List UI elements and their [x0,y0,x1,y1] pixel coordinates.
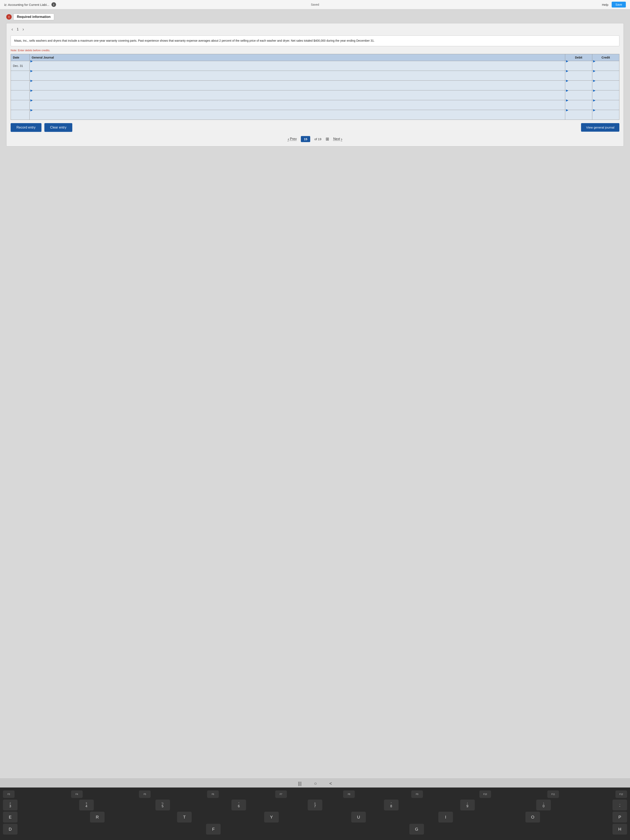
journal-input-5[interactable] [30,102,565,112]
app-title: iz: Accounting for Current Liabi... [4,3,49,6]
col-header-date: Date [11,54,30,61]
date-cell-5 [11,100,30,110]
current-page-indicator: 15 [301,136,310,142]
key-f8[interactable]: F8 [343,790,355,798]
key-f10[interactable]: F10 [479,790,491,798]
info-badge[interactable]: i [52,2,56,7]
prev-button[interactable]: Prev [288,137,297,142]
back-button[interactable]: < [329,781,332,786]
date-cell-3 [11,81,30,90]
col-header-credit: Credit [592,54,619,61]
key-f[interactable]: F [206,824,221,835]
key-h[interactable]: H [613,824,627,835]
arrow-icon-debit-2: ▶ [565,69,568,73]
credit-input-4[interactable] [592,92,619,102]
arrow-icon-credit-1: ▶ [592,59,595,63]
debit-input-3[interactable] [565,82,592,92]
journal-input-4[interactable] [30,92,565,102]
next-button[interactable]: Next [333,137,343,142]
credit-input-6[interactable] [592,112,619,122]
arrow-icon-5: ▶ [30,98,33,102]
arrow-icon-debit-1: ▶ [565,59,568,63]
main-card: ‹ 1 › Maas, Inc., sells washers and drye… [6,23,624,147]
fn-row: F3 F4 F5 F6 F7 F8 F9 F10 F11 F12 [2,790,628,798]
arrow-icon-3: ▶ [30,79,33,82]
key-f3[interactable]: F3 [3,790,14,798]
key-r[interactable]: R [90,812,104,823]
key-0[interactable]: )0 [536,800,551,810]
col-header-journal: General Journal [30,54,565,61]
key-7[interactable]: &7 [308,800,322,810]
page-number: 1 [17,27,19,32]
saved-status: Saved [311,3,319,6]
arrow-icon-debit-5: ▶ [565,98,568,102]
key-f9[interactable]: F9 [411,790,423,798]
journal-input-1[interactable] [30,63,565,73]
top-bar-left: iz: Accounting for Current Liabi... i [4,2,56,7]
clear-entry-button[interactable]: Clear entry [44,123,72,132]
letter-row-2: D F G H [2,824,628,835]
key-g[interactable]: G [409,824,424,835]
key-4[interactable]: $4 [79,800,94,810]
arrow-icon-2: ▶ [30,69,33,73]
key-o[interactable]: O [526,812,540,823]
credit-input-3[interactable] [592,82,619,92]
date-cell-4 [11,90,30,100]
next-page-button[interactable]: › [22,27,25,32]
credit-input-5[interactable] [592,102,619,112]
key-f11[interactable]: F11 [547,790,559,798]
menu-button[interactable]: ||| [298,781,302,786]
key-f6[interactable]: F6 [207,790,219,798]
key-9[interactable]: (9 [460,800,475,810]
description-box: Maas, Inc., sells washers and dryers tha… [11,35,619,46]
key-p[interactable]: P [613,812,627,823]
key-d[interactable]: D [3,824,17,835]
key-f5[interactable]: F5 [139,790,151,798]
debit-input-6[interactable] [565,112,592,122]
home-button[interactable]: ○ [314,781,317,786]
key-8[interactable]: *8 [384,800,398,810]
credit-cell-1[interactable]: ▶ [592,61,619,71]
key-f7[interactable]: F7 [275,790,287,798]
debit-input-4[interactable] [565,92,592,102]
key-f12[interactable]: F12 [616,790,627,798]
key-6[interactable]: ^6 [232,800,246,810]
date-cell-1: Dec. 31 [11,61,30,71]
key-i[interactable]: I [438,812,453,823]
key-3[interactable]: #3 [3,800,17,810]
nav-row: Prev 15 of 19 ⊞ Next [11,136,619,142]
key-5[interactable]: %5 [155,800,170,810]
journal-input-3[interactable] [30,82,565,92]
debit-input-2[interactable] [565,73,592,82]
key-f4[interactable]: F4 [71,790,83,798]
arrow-icon-1: ▶ [30,59,33,63]
credit-input-2[interactable] [592,73,619,82]
help-link[interactable]: Help [602,3,608,6]
journal-input-6[interactable] [30,112,565,122]
arrow-icon-credit-5: ▶ [592,98,595,102]
view-general-journal-button[interactable]: View general journal [581,123,619,132]
key-u[interactable]: U [351,812,366,823]
journal-table: Date General Journal Debit Credit Dec. 3… [11,54,619,120]
debit-input-5[interactable] [565,102,592,112]
num-row: #3 $4 %5 ^6 &7 *8 (9 )0 _- [2,800,628,810]
arrow-icon-credit-6: ▶ [592,108,595,112]
key-dash[interactable]: _- [613,800,627,810]
key-e[interactable]: E [3,812,17,823]
arrow-icon-debit-6: ▶ [565,108,568,112]
grid-icon[interactable]: ⊞ [325,136,329,142]
record-entry-button[interactable]: Record entry [11,123,41,132]
arrow-icon-credit-2: ▶ [592,69,595,73]
debit-cell-1[interactable]: ▶ [565,61,592,71]
debit-input-1[interactable] [565,63,592,73]
journal-cell-1[interactable]: ▶ [30,61,565,71]
required-info-label: Required information [13,14,54,20]
prev-page-button[interactable]: ‹ [11,27,14,32]
journal-input-2[interactable] [30,73,565,82]
main-area: ! Required information ‹ 1 › Maas, Inc.,… [0,9,630,778]
key-y[interactable]: Y [264,812,279,823]
save-button[interactable]: Save [612,2,626,8]
key-t[interactable]: T [177,812,192,823]
credit-input-1[interactable] [592,63,619,73]
required-info-banner: ! Required information [6,14,624,20]
